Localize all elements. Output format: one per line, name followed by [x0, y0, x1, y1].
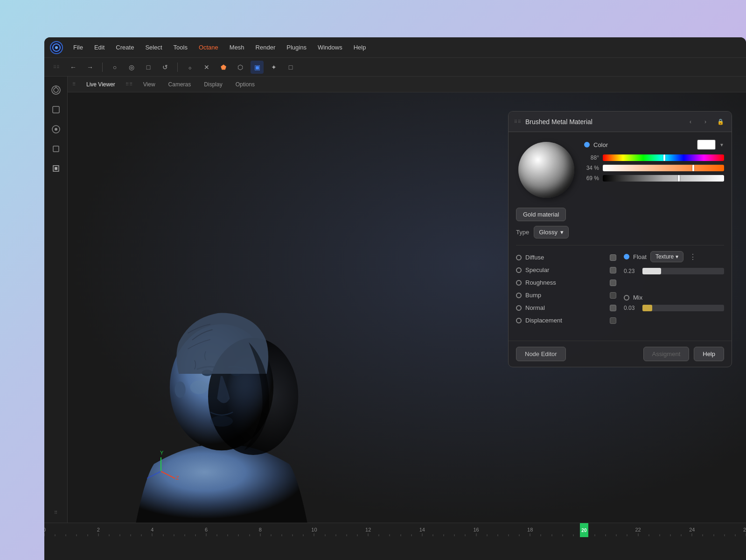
displacement-value: 0.03	[624, 305, 639, 311]
color-radio[interactable]	[584, 142, 590, 147]
normal-checkbox[interactable]	[610, 305, 616, 311]
channel-bump: Bump	[516, 289, 616, 301]
timeline-current-frame[interactable]: 20	[580, 523, 588, 537]
specular-radio[interactable]	[516, 267, 522, 273]
sat-slider[interactable]	[603, 165, 724, 171]
displacement-slider[interactable]	[642, 305, 724, 311]
panel-prev-button[interactable]: ‹	[685, 116, 696, 127]
toolbar-light-button[interactable]: ✦	[267, 61, 280, 74]
menu-item-tools[interactable]: Tools	[169, 42, 192, 53]
toolbar-rotate-button[interactable]: ◎	[125, 61, 138, 74]
menu-item-octane[interactable]: Octane	[194, 42, 223, 53]
material-name-button[interactable]: Gold material	[516, 208, 566, 221]
timeline-tick-22	[638, 533, 638, 536]
viewport-tab-cameras[interactable]: Cameras	[166, 79, 194, 90]
roughness-checkbox[interactable]	[610, 280, 616, 286]
timeline-tick-24	[692, 533, 692, 536]
toolbar-object2-button[interactable]: ⬡	[234, 61, 247, 74]
menu-item-file[interactable]: File	[69, 42, 88, 53]
help-button[interactable]: Help	[694, 347, 724, 361]
panel-body: Color ▼ 88°	[509, 132, 732, 341]
mix-radio[interactable]	[624, 295, 629, 301]
svg-point-8	[55, 128, 57, 131]
val-slider[interactable]	[603, 175, 724, 182]
displacement-label: Displacement	[525, 317, 606, 324]
displacement-radio[interactable]	[516, 318, 522, 323]
type-dropdown-arrow-icon: ▾	[560, 229, 564, 236]
float-radio[interactable]	[624, 254, 629, 259]
timeline[interactable]: 0246810121416182022242620	[44, 523, 746, 560]
toolbar-camera-button[interactable]: □	[284, 61, 297, 74]
float-slider[interactable]	[642, 268, 724, 274]
hue-slider-row: 88°	[584, 154, 724, 161]
menu-item-select[interactable]: Select	[140, 42, 167, 53]
timeline-minor-tick	[508, 534, 509, 536]
viewport-drag-handle-2[interactable]: ⠿⠿	[125, 82, 133, 87]
type-dropdown[interactable]: Glossy ▾	[534, 226, 569, 238]
texture-dropdown[interactable]: Texture ▾	[650, 251, 683, 262]
toolbar-scale-button[interactable]: □	[142, 61, 155, 74]
menu-item-mesh[interactable]: Mesh	[225, 42, 249, 53]
menu-item-edit[interactable]: Edit	[90, 42, 109, 53]
timeline-minor-tick	[487, 534, 487, 536]
sidebar-icon-render[interactable]	[48, 82, 64, 98]
menu-item-windows[interactable]: Windows	[313, 42, 347, 53]
node-editor-button[interactable]: Node Editor	[516, 347, 566, 361]
viewport-3d[interactable]: Y Z ⠿⠿ Brushed Metal Material ‹ › 🔒	[68, 92, 746, 523]
panel-next-button[interactable]: ›	[700, 116, 711, 127]
timeline-minor-tick	[119, 534, 120, 536]
sat-thumb[interactable]	[692, 165, 694, 171]
toolbar-paint-button[interactable]: ✕	[200, 61, 213, 74]
specular-label: Specular	[525, 266, 606, 273]
toolbar-forward-button[interactable]: →	[84, 61, 97, 74]
toolbar-undo-button[interactable]: ↺	[159, 61, 172, 74]
menu-item-render[interactable]: Render	[251, 42, 280, 53]
panel-drag-handle[interactable]: ⠿⠿	[514, 119, 522, 124]
displacement-checkbox[interactable]	[610, 317, 616, 324]
viewport-tab-view[interactable]: View	[140, 79, 158, 90]
sidebar-icon-cube[interactable]	[48, 141, 64, 157]
sidebar-icon-object[interactable]	[48, 102, 64, 118]
color-dropdown-arrow-icon[interactable]: ▼	[719, 142, 724, 147]
assignment-button[interactable]: Assigment	[643, 347, 690, 361]
timeline-minor-tick	[497, 534, 498, 536]
svg-point-17	[210, 416, 233, 427]
timeline-tick-18	[530, 533, 530, 536]
channel-specular: Specular	[516, 264, 616, 276]
toolbar-back-button[interactable]: ←	[67, 61, 80, 74]
toolbar-cube-button[interactable]: ▣	[251, 61, 264, 74]
diffuse-radio[interactable]	[516, 255, 522, 260]
diffuse-checkbox[interactable]	[610, 254, 616, 261]
bump-radio[interactable]	[516, 293, 522, 298]
normal-radio[interactable]	[516, 305, 522, 311]
roughness-radio[interactable]	[516, 280, 522, 286]
timeline-minor-tick	[184, 534, 185, 536]
toolbar-select-button[interactable]: ⬦	[183, 61, 196, 74]
sidebar-icon-light[interactable]	[48, 161, 64, 176]
sidebar-icon-material[interactable]	[48, 121, 64, 137]
viewport-tab-display[interactable]: Display	[201, 79, 225, 90]
val-thumb[interactable]	[678, 175, 680, 182]
timeline-minor-tick	[735, 534, 735, 536]
menu-item-plugins[interactable]: Plugins	[282, 42, 311, 53]
svg-rect-9	[53, 146, 59, 152]
timeline-minor-tick	[562, 534, 563, 536]
menu-item-help[interactable]: Help	[349, 42, 371, 53]
hue-thumb[interactable]	[663, 154, 665, 161]
viewport-drag-handle[interactable]: ⠿	[72, 82, 76, 87]
more-options-button[interactable]: ⋮	[687, 252, 698, 262]
color-swatch[interactable]	[697, 140, 716, 150]
viewport-tab-options[interactable]: Options	[233, 79, 258, 90]
menu-item-create[interactable]: Create	[111, 42, 139, 53]
timeline-minor-tick	[141, 534, 142, 536]
bump-checkbox[interactable]	[610, 292, 616, 299]
toolbar-object1-button[interactable]: ⬟	[217, 61, 230, 74]
specular-checkbox[interactable]	[610, 267, 616, 273]
viewport-tab-live-viewer[interactable]: Live Viewer	[84, 79, 118, 90]
toolbar-transform-button[interactable]: ○	[108, 61, 121, 74]
timeline-minor-tick	[648, 534, 649, 536]
timeline-minor-tick	[174, 534, 174, 536]
panel-lock-icon[interactable]: 🔒	[715, 116, 726, 127]
hue-slider[interactable]	[603, 154, 724, 161]
timeline-minor-tick	[293, 534, 293, 536]
